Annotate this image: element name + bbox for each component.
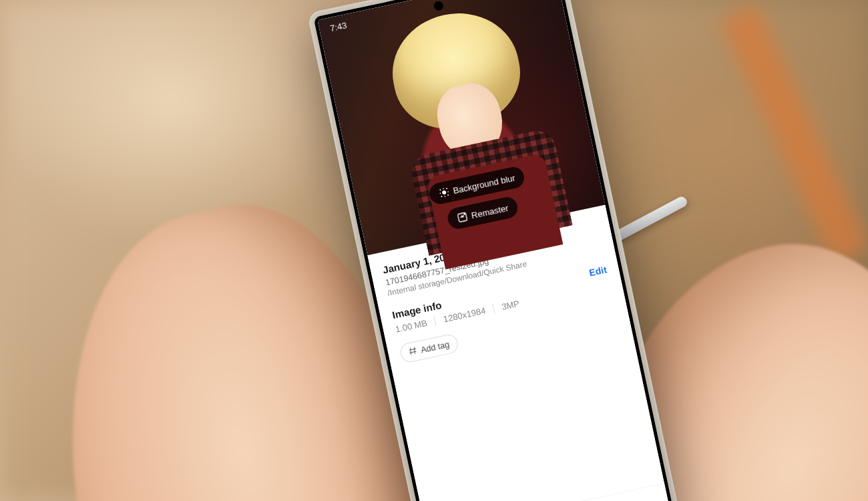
scene-photo-hands: 7:43 71% (0, 0, 868, 501)
info-separator-2 (491, 303, 496, 314)
photo-preview[interactable]: Background blur Remaster (317, 0, 605, 255)
svg-point-7 (447, 194, 449, 196)
image-megapixels: 3MP (501, 299, 520, 312)
image-size: 1.00 MB (395, 318, 428, 335)
remaster-icon (456, 211, 469, 224)
add-tag-button[interactable]: Add tag (399, 333, 459, 363)
blur-icon (437, 186, 450, 199)
svg-point-10 (439, 193, 441, 194)
svg-point-11 (447, 191, 449, 192)
add-tag-label: Add tag (420, 339, 450, 355)
remaster-label: Remaster (471, 202, 509, 220)
nav-back-button[interactable] (618, 497, 638, 501)
hash-icon (408, 346, 418, 357)
svg-point-6 (441, 196, 442, 197)
svg-point-13 (463, 213, 465, 215)
svg-point-9 (444, 196, 445, 197)
info-separator-1 (433, 316, 438, 327)
svg-point-4 (439, 189, 441, 190)
svg-point-5 (446, 188, 447, 189)
svg-point-3 (441, 190, 446, 195)
edit-button[interactable]: Edit (588, 264, 608, 278)
status-time: 7:43 (329, 20, 348, 33)
svg-point-8 (443, 188, 444, 189)
